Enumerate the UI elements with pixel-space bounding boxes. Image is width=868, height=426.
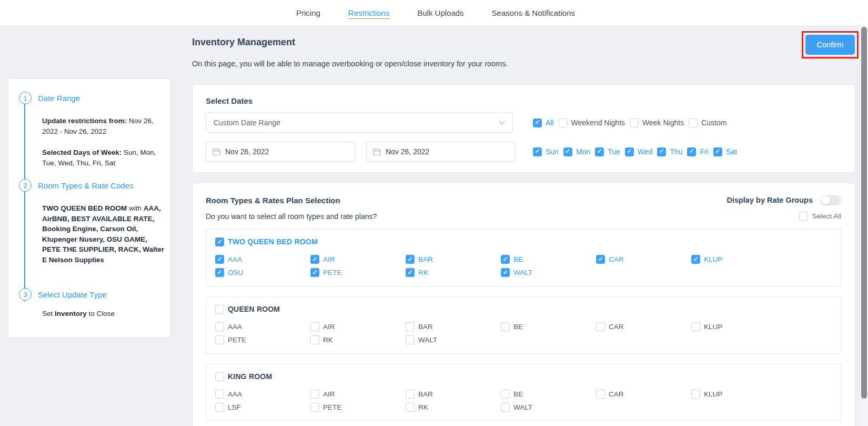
checkbox-lsf[interactable] xyxy=(215,403,224,412)
rate-aaa[interactable]: AAA xyxy=(215,390,310,399)
checkbox-rk[interactable] xyxy=(310,335,319,344)
checkbox-wed[interactable]: ✓ xyxy=(625,147,634,156)
checkbox-walt[interactable] xyxy=(501,403,510,412)
night-filter-week-nights[interactable]: Week Nights xyxy=(630,118,684,127)
checkbox-two-queen-bed-room[interactable]: ✓ xyxy=(215,237,224,246)
tab-seasons-notifications[interactable]: Seasons & Notifications xyxy=(492,8,575,17)
checkbox-walt[interactable]: ✓ xyxy=(501,268,510,277)
rate-pete[interactable]: ✓PETE xyxy=(310,268,406,277)
checkbox-custom[interactable] xyxy=(689,118,698,127)
checkbox-be[interactable]: ✓ xyxy=(501,255,510,264)
day-tue[interactable]: ✓Tue xyxy=(595,147,620,156)
rate-be[interactable]: ✓BE xyxy=(501,255,596,264)
checkbox-bar[interactable] xyxy=(406,390,415,399)
tab-restrictions[interactable]: Restrictions xyxy=(348,8,389,17)
rate-rk[interactable]: RK xyxy=(406,403,501,412)
scrollbar-thumb[interactable] xyxy=(861,27,867,399)
rate-walt[interactable]: ✓WALT xyxy=(501,268,596,277)
checkbox-rk[interactable] xyxy=(406,403,415,412)
confirm-button[interactable]: Confirm xyxy=(805,35,855,55)
night-filter-weekend-nights[interactable]: Weekend Nights xyxy=(559,118,625,127)
day-thu[interactable]: ✓Thu xyxy=(657,147,682,156)
rate-pete[interactable]: PETE xyxy=(310,403,406,412)
rate-air[interactable]: AIR xyxy=(310,390,406,399)
rate-bar[interactable]: BAR xyxy=(406,322,501,331)
rate-car[interactable]: CAR xyxy=(596,390,691,399)
checkbox-sun[interactable]: ✓ xyxy=(533,147,542,156)
checkbox-be[interactable] xyxy=(501,322,510,331)
checkbox-osu[interactable]: ✓ xyxy=(215,268,224,277)
checkbox-be[interactable] xyxy=(501,390,510,399)
rate-walt[interactable]: WALT xyxy=(406,335,501,344)
night-filter-all[interactable]: ✓All xyxy=(533,118,554,127)
checkbox-select-all[interactable] xyxy=(799,212,808,221)
checkbox-queen-room[interactable] xyxy=(215,305,224,314)
tab-pricing[interactable]: Pricing xyxy=(296,8,320,17)
checkbox-pete[interactable] xyxy=(310,403,319,412)
tab-bulk-uploads[interactable]: Bulk Uploads xyxy=(417,8,463,17)
checkbox-weekend-nights[interactable] xyxy=(559,118,568,127)
checkbox-car[interactable]: ✓ xyxy=(596,255,605,264)
checkbox-aaa[interactable] xyxy=(215,322,224,331)
day-wed[interactable]: ✓Wed xyxy=(625,147,653,156)
rate-car[interactable]: CAR xyxy=(596,322,691,331)
checkbox-aaa[interactable]: ✓ xyxy=(215,255,224,264)
checkbox-week-nights[interactable] xyxy=(630,118,639,127)
rate-lsf[interactable]: LSF xyxy=(215,403,310,412)
checkbox-thu[interactable]: ✓ xyxy=(657,147,666,156)
checkbox-car[interactable] xyxy=(596,390,605,399)
checkbox-pete[interactable] xyxy=(215,335,224,344)
checkbox-sat[interactable]: ✓ xyxy=(713,147,722,156)
rate-air[interactable]: ✓AIR xyxy=(310,255,406,264)
rate-klup[interactable]: ✓KLUP xyxy=(691,255,786,264)
checkbox-king-room[interactable] xyxy=(215,372,224,381)
step-3-label[interactable]: Select Update Type xyxy=(38,290,107,299)
room-king-room[interactable]: KING ROOM xyxy=(215,372,832,381)
day-mon[interactable]: ✓Mon xyxy=(563,147,590,156)
checkbox-air[interactable] xyxy=(310,390,319,399)
rate-klup[interactable]: KLUP xyxy=(691,390,786,399)
checkbox-klup[interactable] xyxy=(691,322,700,331)
checkbox-air[interactable] xyxy=(310,322,319,331)
rate-aaa[interactable]: AAA xyxy=(215,322,310,331)
select-all-select-all[interactable]: Select All xyxy=(799,212,841,221)
checkbox-all[interactable]: ✓ xyxy=(533,118,542,127)
rate-be[interactable]: BE xyxy=(501,390,596,399)
rate-rk[interactable]: RK xyxy=(310,335,406,344)
rate-walt[interactable]: WALT xyxy=(501,403,596,412)
checkbox-bar[interactable] xyxy=(406,322,415,331)
step-update-type[interactable]: 3 Select Update Type xyxy=(19,288,107,301)
rate-air[interactable]: AIR xyxy=(310,322,406,331)
start-date-input[interactable]: Nov 26, 2022 xyxy=(206,142,355,162)
checkbox-aaa[interactable] xyxy=(215,390,224,399)
checkbox-klup[interactable]: ✓ xyxy=(691,255,700,264)
checkbox-air[interactable]: ✓ xyxy=(310,255,319,264)
rate-be[interactable]: BE xyxy=(501,322,596,331)
day-fri[interactable]: ✓Fri xyxy=(687,147,708,156)
rate-rk[interactable]: ✓RK xyxy=(406,268,501,277)
rate-car[interactable]: ✓CAR xyxy=(596,255,691,264)
end-date-input[interactable]: Nov 26, 2022 xyxy=(366,142,516,162)
checkbox-fri[interactable]: ✓ xyxy=(687,147,696,156)
room-queen-room[interactable]: QUEEN ROOM xyxy=(215,305,832,314)
rate-osu[interactable]: ✓OSU xyxy=(215,268,310,277)
night-filter-custom[interactable]: Custom xyxy=(689,118,726,127)
rate-pete[interactable]: PETE xyxy=(215,335,310,344)
day-sun[interactable]: ✓Sun xyxy=(533,147,559,156)
checkbox-mon[interactable]: ✓ xyxy=(563,147,572,156)
rate-groups-toggle[interactable] xyxy=(820,195,841,205)
checkbox-car[interactable] xyxy=(596,322,605,331)
checkbox-tue[interactable]: ✓ xyxy=(595,147,604,156)
rate-bar[interactable]: ✓BAR xyxy=(406,255,501,264)
step-date-range[interactable]: 1 Date Range xyxy=(19,92,80,104)
step-room-types[interactable]: 2 Room Types & Rate Codes xyxy=(19,179,133,192)
checkbox-walt[interactable] xyxy=(406,335,415,344)
room-two-queen-bed-room[interactable]: ✓TWO QUEEN BED ROOM xyxy=(215,237,832,246)
step-2-label[interactable]: Room Types & Rate Codes xyxy=(38,181,133,190)
day-sat[interactable]: ✓Sat xyxy=(713,147,737,156)
date-range-dropdown[interactable]: Custom Date Range xyxy=(206,113,513,133)
rate-bar[interactable]: BAR xyxy=(406,390,501,399)
checkbox-klup[interactable] xyxy=(691,390,700,399)
checkbox-pete[interactable]: ✓ xyxy=(310,268,319,277)
checkbox-rk[interactable]: ✓ xyxy=(406,268,415,277)
